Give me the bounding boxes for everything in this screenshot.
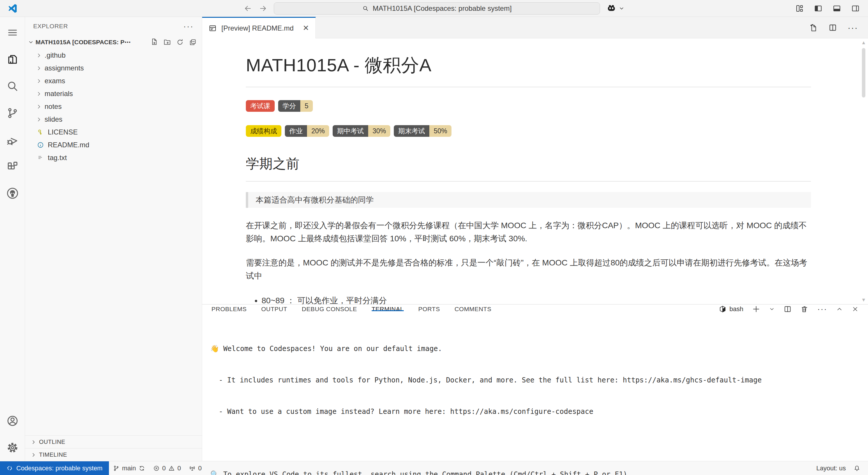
badge-row-2: 成绩构成 作业20% 期中考试30% 期末考试50% bbox=[246, 125, 811, 137]
show-source-icon[interactable] bbox=[809, 23, 818, 32]
preview-scrollbar[interactable]: ▲ ▼ bbox=[861, 40, 867, 302]
tree-item-license[interactable]: LICENSE bbox=[25, 126, 202, 139]
badge-row-1: 考试课 学分5 bbox=[246, 100, 811, 112]
git-branch-icon bbox=[113, 465, 119, 472]
tree-item-readme[interactable]: README.md bbox=[25, 139, 202, 151]
tree-item-label: .github bbox=[44, 51, 65, 59]
tab-label: [Preview] README.md bbox=[221, 24, 293, 32]
collapse-all-icon[interactable] bbox=[189, 38, 196, 46]
remote-indicator[interactable]: Codespaces: probable system bbox=[0, 461, 109, 475]
menu-hamburger-icon[interactable] bbox=[0, 19, 25, 46]
extensions-activity-icon[interactable] bbox=[0, 153, 25, 180]
copilot-menu[interactable] bbox=[607, 3, 624, 13]
tree-item-assignments[interactable]: assignments bbox=[25, 62, 202, 74]
customize-layout-icon[interactable] bbox=[795, 4, 804, 13]
tree-item-materials[interactable]: materials bbox=[25, 87, 202, 100]
tab-terminal[interactable]: TERMINAL bbox=[372, 304, 404, 314]
warning-icon bbox=[168, 465, 175, 472]
chevron-down-icon[interactable] bbox=[769, 306, 775, 312]
tree-item-label: assignments bbox=[44, 64, 84, 72]
markdown-preview: MATH1015A - 微积分A 考试课 学分5 成绩构成 作业20% 期中考试… bbox=[202, 38, 868, 304]
terminal-line: 🔍 To explore VS Code to its fullest, sea… bbox=[210, 469, 868, 475]
search-icon bbox=[362, 5, 369, 12]
workspace-root-label: MATH1015A [CODESPACES: P⋯ bbox=[35, 39, 130, 46]
new-terminal-icon[interactable] bbox=[752, 305, 760, 313]
outline-label: OUTLINE bbox=[39, 439, 65, 445]
chevron-right-icon bbox=[36, 78, 42, 84]
kill-terminal-trash-icon[interactable] bbox=[800, 305, 809, 313]
search-activity-icon[interactable] bbox=[0, 73, 25, 100]
back-arrow-icon[interactable] bbox=[244, 4, 252, 13]
tree-item-github[interactable]: .github bbox=[25, 49, 202, 62]
badge-exam-course: 考试课 bbox=[246, 100, 275, 112]
explorer-more-actions-icon[interactable]: ··· bbox=[183, 21, 194, 31]
source-control-activity-icon[interactable] bbox=[0, 100, 25, 126]
command-center-search[interactable]: MATH1015A [Codespaces: probable system] bbox=[274, 2, 600, 14]
badge-final: 期末考试50% bbox=[394, 125, 452, 137]
terminal-output[interactable]: 👋 Welcome to Codespaces! You are on our … bbox=[202, 314, 868, 475]
timeline-section[interactable]: TIMELINE bbox=[25, 448, 202, 461]
warning-count: 0 bbox=[177, 465, 181, 472]
new-folder-icon[interactable] bbox=[163, 38, 171, 46]
search-label: MATH1015A [Codespaces: probable system] bbox=[373, 4, 512, 12]
split-terminal-icon[interactable] bbox=[783, 305, 792, 313]
settings-gear-icon[interactable] bbox=[0, 434, 25, 461]
chevron-right-icon bbox=[36, 53, 42, 58]
ports-status[interactable]: 0 bbox=[185, 461, 206, 475]
terminal-shell-selector[interactable]: bash bbox=[719, 305, 743, 313]
tree-item-exams[interactable]: exams bbox=[25, 74, 202, 87]
explorer-activity-icon[interactable] bbox=[0, 46, 25, 73]
info-icon bbox=[36, 141, 45, 148]
error-count: 0 bbox=[162, 465, 166, 472]
outline-section[interactable]: OUTLINE bbox=[25, 435, 202, 448]
remote-label: Codespaces: probable system bbox=[16, 465, 102, 472]
tree-item-tagtxt[interactable]: tag.txt bbox=[25, 151, 202, 164]
github-activity-icon[interactable] bbox=[0, 180, 25, 207]
tree-item-slides[interactable]: slides bbox=[25, 113, 202, 126]
tab-problems[interactable]: PROBLEMS bbox=[212, 304, 247, 314]
close-tab-icon[interactable]: ✕ bbox=[303, 24, 309, 33]
split-editor-icon[interactable] bbox=[828, 23, 837, 32]
workspace-root-row[interactable]: MATH1015A [CODESPACES: P⋯ bbox=[25, 35, 202, 49]
toggle-secondary-sidebar-icon[interactable] bbox=[851, 4, 860, 13]
scroll-up-icon[interactable]: ▲ bbox=[861, 40, 866, 45]
layout-indicator[interactable]: Layout: us bbox=[816, 465, 846, 472]
panel-more-actions-icon[interactable]: ··· bbox=[817, 304, 827, 314]
branch-status[interactable]: main bbox=[109, 461, 149, 475]
forward-arrow-icon[interactable] bbox=[259, 4, 268, 13]
account-icon[interactable] bbox=[0, 407, 25, 434]
tab-preview-readme[interactable]: [Preview] README.md ✕ bbox=[202, 17, 316, 38]
editor-more-actions-icon[interactable]: ··· bbox=[847, 23, 858, 33]
close-panel-icon[interactable] bbox=[852, 306, 859, 313]
radio-tower-icon bbox=[189, 465, 195, 472]
tab-output[interactable]: OUTPUT bbox=[261, 304, 287, 314]
tab-ports[interactable]: PORTS bbox=[418, 304, 440, 314]
maximize-panel-icon[interactable] bbox=[836, 306, 843, 313]
tree-item-label: notes bbox=[44, 102, 62, 111]
section-heading: 学期之前 bbox=[246, 155, 811, 182]
terminal-line: 👋 Welcome to Codespaces! You are on our … bbox=[210, 343, 868, 354]
tree-item-label: LICENSE bbox=[48, 128, 78, 136]
text-file-icon bbox=[36, 154, 45, 161]
tree-item-label: materials bbox=[44, 90, 73, 98]
scrollbar-thumb[interactable] bbox=[862, 48, 865, 98]
title-bar: MATH1015A [Codespaces: probable system] bbox=[0, 0, 868, 17]
tab-comments[interactable]: COMMENTS bbox=[455, 304, 491, 314]
run-debug-activity-icon[interactable] bbox=[0, 126, 25, 153]
toggle-primary-sidebar-icon[interactable] bbox=[814, 4, 823, 13]
terminal-line: - It includes runtimes and tools for Pyt… bbox=[210, 375, 868, 385]
bullet-item: 80~89 ： 可以免作业，平时分满分 bbox=[261, 294, 811, 304]
key-icon bbox=[36, 129, 45, 136]
scroll-down-icon[interactable]: ▼ bbox=[861, 298, 866, 302]
tab-debug-console[interactable]: DEBUG CONSOLE bbox=[302, 304, 357, 314]
paragraph-1: 在开课之前，即还没入学的暑假会有一个微积分先修课程（在中国大学 MOOC 上，名… bbox=[246, 219, 811, 245]
refresh-icon[interactable] bbox=[176, 38, 184, 46]
chevron-right-icon bbox=[36, 66, 42, 71]
bell-icon[interactable] bbox=[854, 465, 861, 472]
tree-item-notes[interactable]: notes bbox=[25, 100, 202, 113]
toggle-panel-icon[interactable] bbox=[833, 4, 841, 13]
chevron-right-icon bbox=[36, 91, 42, 97]
problems-status[interactable]: 0 0 bbox=[149, 461, 185, 475]
badge-grade-composition: 成绩构成 bbox=[246, 125, 281, 137]
new-file-icon[interactable] bbox=[151, 38, 158, 46]
